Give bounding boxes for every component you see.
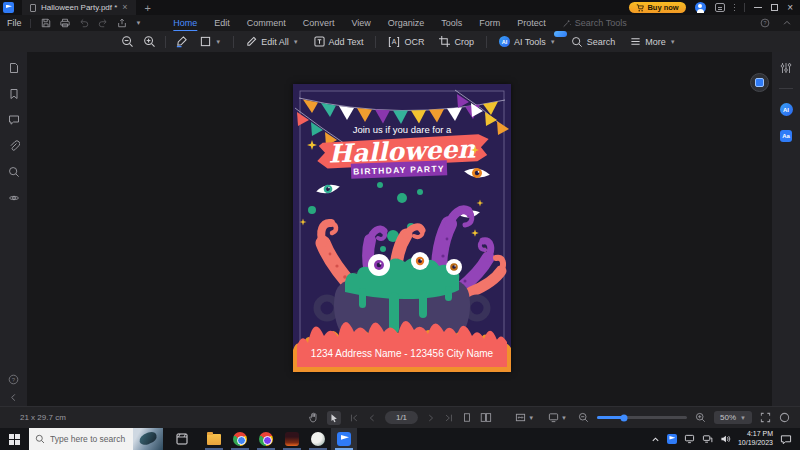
- menu-view[interactable]: View: [351, 16, 370, 30]
- crop-button[interactable]: Crop: [436, 34, 477, 49]
- pdf-page-halloween-poster[interactable]: Join us if you dare for a Halloween BIRT…: [293, 84, 511, 372]
- menu-organize[interactable]: Organize: [388, 16, 425, 30]
- account-avatar[interactable]: [695, 2, 706, 13]
- select-tool-button[interactable]: [327, 411, 341, 425]
- tray-pdfelement-icon[interactable]: [667, 434, 677, 444]
- ai-assistant-icon[interactable]: AI: [780, 103, 793, 116]
- share-icon[interactable]: [117, 18, 127, 28]
- taskbar-app-dark[interactable]: [279, 428, 305, 450]
- floating-panel-toggle[interactable]: [750, 73, 769, 92]
- ai-tools-button[interactable]: AI AI Tools ▼: [496, 34, 559, 49]
- collapse-ribbon-icon[interactable]: [782, 18, 792, 28]
- taskbar-app-browser-2[interactable]: [253, 428, 279, 450]
- svg-text:?: ?: [763, 20, 766, 26]
- more-button[interactable]: More ▼: [627, 34, 678, 49]
- collapse-sidebar-icon[interactable]: [9, 393, 18, 402]
- fullscreen-icon[interactable]: [760, 412, 771, 423]
- highlighter-pen-icon[interactable]: [175, 35, 188, 48]
- taskbar-app-pdfelement[interactable]: [331, 428, 357, 450]
- new-tab-button[interactable]: +: [145, 2, 151, 14]
- zoom-out-slider-icon[interactable]: [578, 412, 589, 423]
- taskbar-search-box[interactable]: [29, 428, 163, 450]
- windows-logo-icon: [9, 434, 20, 445]
- zoom-out-icon[interactable]: [121, 35, 134, 48]
- print-icon[interactable]: [60, 18, 70, 28]
- search-tools[interactable]: Search Tools: [563, 18, 627, 28]
- quick-access-caret-icon[interactable]: ▼: [136, 20, 142, 26]
- taskbar-app-paint[interactable]: [305, 428, 331, 450]
- first-page-icon[interactable]: [349, 413, 359, 423]
- fit-width-button[interactable]: ▼: [512, 410, 537, 425]
- tab-title: Halloween Party.pdf *: [41, 3, 117, 12]
- search-icon: [571, 36, 583, 48]
- window-close-button[interactable]: ×: [787, 3, 793, 13]
- taskbar-search-input[interactable]: [50, 434, 130, 444]
- buy-now-button[interactable]: Buy now: [629, 2, 685, 13]
- taskbar-app-file-explorer[interactable]: [201, 428, 227, 450]
- tray-expand-icon[interactable]: [651, 435, 660, 444]
- properties-sliders-icon[interactable]: [780, 62, 792, 74]
- action-center-icon[interactable]: [780, 434, 792, 445]
- browser-purple-icon: [259, 432, 273, 446]
- overflow-menu-icon[interactable]: [734, 4, 736, 12]
- stamp-icon[interactable]: [8, 192, 20, 204]
- bookmark-icon[interactable]: [8, 88, 20, 100]
- window-restore-button[interactable]: [771, 4, 778, 11]
- zoom-slider-thumb[interactable]: [621, 414, 628, 421]
- redo-icon[interactable]: [98, 18, 108, 28]
- sidebar-help-icon[interactable]: ?: [8, 374, 19, 385]
- last-page-icon[interactable]: [444, 413, 454, 423]
- translate-icon[interactable]: Aa: [780, 130, 792, 142]
- next-page-icon[interactable]: [426, 413, 436, 423]
- menu-tools[interactable]: Tools: [441, 16, 462, 30]
- document-tab[interactable]: Halloween Party.pdf * ×: [22, 0, 136, 15]
- zoom-in-icon[interactable]: [143, 35, 156, 48]
- ai-icon: AI: [499, 36, 510, 47]
- thumbnails-icon[interactable]: [8, 62, 20, 74]
- add-text-button[interactable]: Add Text: [311, 34, 367, 49]
- task-view-icon[interactable]: [175, 432, 189, 446]
- attachment-icon[interactable]: [8, 140, 20, 152]
- tray-volume-icon[interactable]: [720, 434, 731, 444]
- reading-mode-button[interactable]: ▼: [545, 410, 570, 425]
- tray-network-icon[interactable]: [702, 434, 713, 444]
- taskbar-clock[interactable]: 4:17 PM 10/19/2023: [738, 430, 773, 448]
- menu-comment[interactable]: Comment: [247, 16, 286, 30]
- app-logo-icon: [3, 2, 14, 13]
- reading-mode-icon: [548, 412, 559, 423]
- file-explorer-icon: [207, 434, 221, 445]
- file-menu[interactable]: File: [7, 18, 22, 28]
- zoom-level-select[interactable]: 50% ▼: [714, 411, 752, 424]
- feedback-icon[interactable]: [715, 3, 725, 12]
- menu-convert[interactable]: Convert: [303, 16, 335, 30]
- presentation-mode-icon[interactable]: [779, 412, 790, 423]
- ocr-button[interactable]: A OCR: [385, 34, 427, 50]
- zoom-slider[interactable]: [597, 416, 687, 419]
- start-button[interactable]: [0, 434, 29, 445]
- tab-close-icon[interactable]: ×: [122, 3, 127, 12]
- menu-home[interactable]: Home: [173, 16, 197, 30]
- comment-icon[interactable]: [8, 114, 20, 126]
- save-icon[interactable]: [41, 18, 51, 28]
- undo-icon[interactable]: [79, 18, 89, 28]
- taskbar-app-browser-1[interactable]: [227, 428, 253, 450]
- search-button[interactable]: Search: [568, 34, 619, 50]
- tray-display-icon[interactable]: [684, 434, 695, 444]
- zoom-in-slider-icon[interactable]: [695, 412, 706, 423]
- tab-document-icon: [30, 4, 36, 12]
- window-minimize-button[interactable]: [754, 7, 762, 8]
- search-panel-icon[interactable]: [8, 166, 20, 178]
- menu-edit[interactable]: Edit: [214, 16, 230, 30]
- two-page-view-icon[interactable]: [480, 412, 492, 423]
- help-icon[interactable]: ?: [760, 18, 770, 28]
- single-page-view-icon[interactable]: [462, 412, 472, 423]
- menu-protect[interactable]: Protect: [517, 16, 546, 30]
- windows-taskbar: 4:17 PM 10/19/2023: [0, 428, 800, 450]
- shape-tool-button[interactable]: ▼: [197, 34, 224, 49]
- edit-all-button[interactable]: Edit All ▼: [243, 34, 301, 49]
- previous-page-icon[interactable]: [367, 413, 377, 423]
- taskbar-search-icon: [35, 434, 45, 444]
- hand-tool-icon[interactable]: [308, 412, 319, 423]
- page-indicator[interactable]: 1/1: [385, 411, 418, 424]
- menu-form[interactable]: Form: [479, 16, 500, 30]
